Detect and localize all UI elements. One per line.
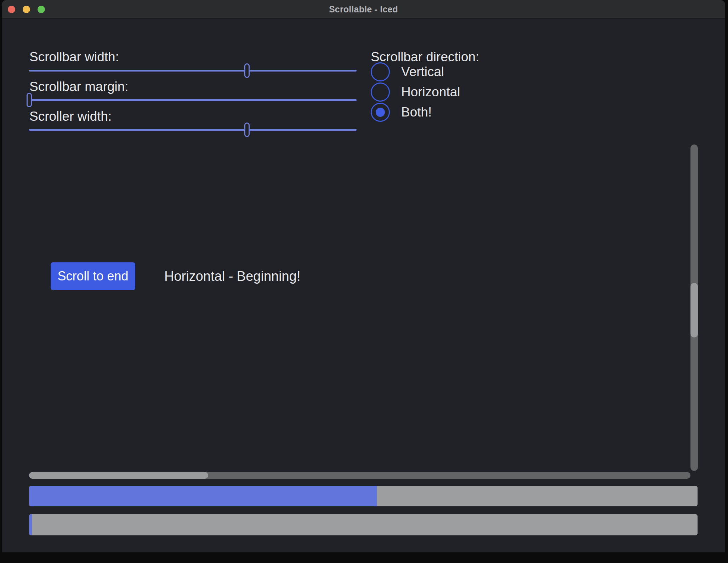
slider-handle[interactable] — [27, 93, 32, 107]
radio-option-label[interactable]: Both! — [401, 105, 432, 120]
radio-selected-dot — [376, 108, 385, 117]
close-window-button[interactable] — [8, 6, 15, 13]
radio-option-horizontal[interactable]: Horizontal — [371, 83, 460, 102]
radio-option-vertical[interactable]: Vertical — [371, 62, 444, 81]
vertical-scrollbar-track[interactable] — [690, 144, 698, 471]
scrollbar-width-slider[interactable] — [29, 70, 357, 72]
radio-option-label[interactable]: Horizontal — [401, 85, 460, 99]
scroll-to-end-button[interactable]: Scroll to end — [51, 262, 135, 290]
radio-circle-icon[interactable] — [371, 83, 390, 102]
slider-handle[interactable] — [244, 123, 250, 137]
progress-fill — [29, 514, 32, 535]
horizontal-scrollbar-thumb[interactable] — [29, 472, 208, 479]
vertical-progress-bar — [29, 514, 698, 535]
app-window: Scrollable - Iced Scrollbar width: Scrol… — [2, 0, 725, 552]
scrollbar-margin-slider[interactable] — [29, 99, 357, 101]
radio-circle-icon[interactable] — [371, 62, 390, 81]
scroller-width-label: Scroller width: — [29, 109, 112, 124]
scrollbar-margin-label: Scrollbar margin: — [29, 79, 129, 95]
horizontal-progress-bar — [29, 486, 698, 506]
slider-handle[interactable] — [244, 63, 250, 78]
radio-option-both[interactable]: Both! — [371, 103, 432, 122]
radio-option-label[interactable]: Vertical — [401, 64, 444, 79]
radio-circle-icon[interactable] — [371, 103, 390, 122]
scroller-width-slider[interactable] — [29, 129, 357, 131]
window-title: Scrollable - Iced — [329, 4, 398, 15]
title-bar: Scrollable - Iced — [2, 0, 725, 19]
vertical-scrollbar-thumb[interactable] — [690, 283, 698, 337]
zoom-window-button[interactable] — [38, 6, 45, 13]
screenshot: Scrollable - Iced Scrollbar width: Scrol… — [0, 0, 728, 563]
progress-fill — [29, 486, 377, 506]
scrollbar-width-label: Scrollbar width: — [29, 49, 119, 65]
scroll-status-text: Horizontal - Beginning! — [164, 268, 300, 284]
minimize-window-button[interactable] — [23, 6, 30, 13]
horizontal-scrollbar-track[interactable] — [29, 472, 690, 479]
